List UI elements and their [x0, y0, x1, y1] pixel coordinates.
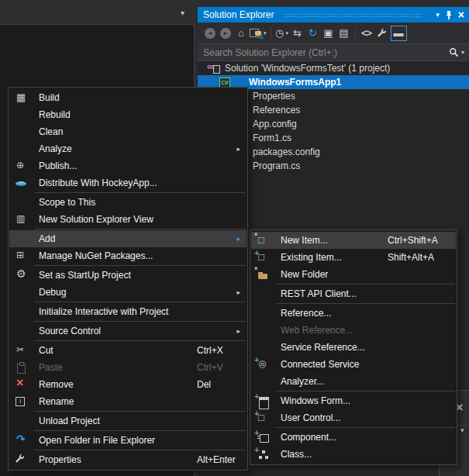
tree-item-solution-windowsformstest-1-project[interactable]: ∞Solution 'WindowsFormsTest' (1 project): [198, 61, 469, 75]
menu-item-rename[interactable]: IRename: [9, 393, 247, 410]
menu-item-publish[interactable]: ⊕Publish...: [9, 157, 247, 174]
menu-item-label: Open Folder in File Explorer: [39, 432, 155, 449]
submenu-arrow-icon: ▸: [236, 230, 240, 247]
menu-separator: [34, 340, 246, 341]
menu-item-remove[interactable]: ×RemoveDel: [9, 376, 247, 393]
menu-item-properties[interactable]: PropertiesAlt+Enter: [9, 451, 247, 468]
menu-item-cut[interactable]: ✂CutCtrl+X: [9, 342, 247, 359]
menu-item-label: Properties: [39, 451, 81, 468]
menu-item-source-control[interactable]: Source Control▸: [9, 323, 247, 340]
menu-separator: [276, 303, 455, 304]
back-button[interactable]: ◄: [203, 26, 217, 41]
pin-icon[interactable]: [445, 10, 453, 20]
sync-with-active-document-dropdown-icon[interactable]: ▾: [264, 30, 267, 36]
panel-title: Solution Explorer: [203, 9, 274, 20]
submenu-item-user-control[interactable]: □+User Control...: [251, 409, 456, 426]
collapse-all-icon: ▣: [323, 28, 333, 38]
menu-item-build[interactable]: ▦Build: [9, 89, 247, 106]
drag-grip-icon[interactable]: [283, 13, 422, 18]
add-submenu: □*New Item...Ctrl+Shift+A□+Existing Item…: [250, 229, 457, 465]
menu-item-shortcut: Ctrl+X: [197, 342, 223, 359]
menu-item-set-as-startup-project[interactable]: ⚙Set as StartUp Project: [9, 267, 247, 284]
menu-item-new-solution-explorer-view[interactable]: ▥New Solution Explorer View: [9, 211, 247, 228]
connected-service-icon: ◎+: [257, 358, 271, 371]
menu-item-label: Existing Item...: [281, 249, 342, 266]
existing-item-icon: □+: [257, 251, 271, 264]
submenu-item-service-reference[interactable]: Service Reference...: [251, 339, 456, 356]
paste-icon: [15, 361, 29, 374]
submenu-item-reference[interactable]: Reference...: [251, 305, 456, 322]
sync-icon: ⇆: [293, 28, 302, 38]
nuget-icon: ⊞: [15, 250, 29, 262]
menu-item-analyze[interactable]: Analyze▸: [9, 140, 247, 157]
menu-item-label: Add: [39, 230, 55, 247]
solution-explorer-titlebar[interactable]: Solution Explorer ▾ ×: [198, 7, 469, 22]
menu-item-label: Distribute With HockeyApp...: [39, 174, 157, 191]
menu-item-open-folder-in-file-explorer[interactable]: ↷Open Folder in File Explorer: [9, 432, 247, 449]
submenu-item-class[interactable]: +Class...: [251, 446, 456, 463]
menu-item-debug[interactable]: Debug▸: [9, 284, 247, 301]
submenu-item-new-folder[interactable]: *New Folder: [251, 266, 456, 283]
menu-item-initialize-interactive-with-project[interactable]: Initialize Interactive with Project: [9, 303, 247, 320]
menu-item-shortcut: Alt+Enter: [197, 451, 236, 468]
menu-item-scope-to-this[interactable]: Scope to This: [9, 194, 247, 211]
home-icon: ⌂: [238, 28, 244, 38]
menu-item-label: New Folder: [281, 266, 328, 283]
view-code-icon: <>: [361, 28, 371, 38]
menu-item-rebuild[interactable]: Rebuild: [9, 106, 247, 123]
menu-item-distribute-with-hockeyapp[interactable]: Distribute With HockeyApp...: [9, 174, 247, 191]
new-folder-icon: *: [257, 268, 271, 281]
tree-item-label: Properties: [253, 91, 295, 102]
gear-icon: ⚙: [15, 269, 29, 281]
menu-separator: [34, 302, 246, 302]
solution-explorer-toolbar: ◄►⌂⇅▾◷▾⇆↻▣▤<>▬: [198, 22, 469, 43]
properties-button[interactable]: [375, 26, 389, 41]
menu-item-manage-nuget-packages[interactable]: ⊞Manage NuGet Packages...: [9, 247, 247, 264]
menu-separator: [276, 391, 455, 391]
preview-selected-items-button[interactable]: ▬: [391, 26, 407, 41]
search-options-dropdown-icon[interactable]: ▾: [461, 49, 464, 56]
hidden-pane-dropdown-icon[interactable]: ▾: [181, 9, 184, 17]
sync-button[interactable]: ⇆: [291, 26, 305, 41]
preview-selected-items-icon: ▬: [394, 28, 404, 38]
refresh-icon: ↻: [309, 28, 317, 38]
home-button[interactable]: ⌂: [234, 26, 248, 41]
close-icon[interactable]: ×: [458, 10, 464, 19]
menu-item-add[interactable]: Add▸: [9, 230, 247, 247]
sync-with-active-document-button[interactable]: ⇅▾: [250, 26, 267, 41]
dropdown-icon[interactable]: ▾: [460, 426, 464, 434]
submenu-item-new-item[interactable]: □*New Item...Ctrl+Shift+A: [251, 232, 456, 249]
window-position-dropdown-icon[interactable]: ▾: [436, 11, 440, 19]
submenu-item-windows-form[interactable]: +Windows Form...: [251, 392, 456, 409]
new-solution-explorer-view-icon: ▥: [15, 213, 29, 226]
toolbar-separator: [271, 27, 271, 40]
submenu-item-component[interactable]: +Component...: [251, 429, 456, 446]
submenu-arrow-icon: ▸: [236, 323, 240, 340]
submenu-item-web-reference[interactable]: Web Reference...: [251, 322, 456, 339]
search-bar: ▾: [198, 43, 469, 61]
collapse-all-button[interactable]: ▣: [322, 26, 336, 41]
hockeyapp-icon: [15, 177, 29, 189]
submenu-item-connected-service[interactable]: ◎+Connected Service: [251, 356, 456, 373]
search-icon[interactable]: [449, 47, 459, 57]
pending-changes-filter-button[interactable]: ◷▾: [275, 26, 289, 41]
submenu-item-rest-api-client[interactable]: REST API Client...: [251, 285, 456, 302]
menu-item-clean[interactable]: Clean: [9, 123, 247, 140]
remove-icon: ×: [15, 378, 29, 391]
show-all-files-button[interactable]: ▤: [337, 26, 351, 41]
refresh-button[interactable]: ↻: [306, 26, 320, 41]
forward-button[interactable]: ►: [219, 26, 233, 41]
view-code-button[interactable]: <>: [360, 26, 374, 41]
submenu-item-existing-item[interactable]: □+Existing Item...Shift+Alt+A: [251, 249, 456, 266]
submenu-item-analyzer[interactable]: Analyzer...: [251, 373, 456, 390]
menu-separator: [276, 284, 455, 285]
pending-changes-filter-dropdown-icon[interactable]: ▾: [285, 30, 288, 36]
project-context-menu: ▦BuildRebuildCleanAnalyze▸⊕Publish...Dis…: [8, 87, 248, 471]
tree-item-label: Form1.cs: [253, 133, 291, 143]
menu-item-label: Analyzer...: [281, 373, 324, 390]
visual-studio-window: { "colors":{"accent":"#007ACC","selectio…: [0, 0, 469, 476]
menu-item-paste[interactable]: PasteCtrl+V: [9, 359, 247, 376]
windows-form-icon: +: [257, 395, 271, 407]
menu-item-unload-project[interactable]: Unload Project: [9, 412, 247, 429]
search-input[interactable]: [198, 47, 449, 58]
